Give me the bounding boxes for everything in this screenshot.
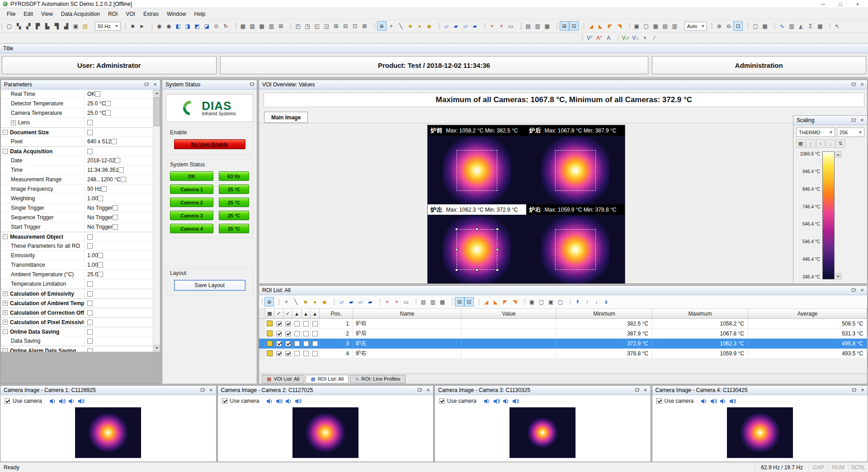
main-image-icon[interactable]: ⊕ — [264, 297, 274, 307]
column-header-maximum[interactable]: Maximum — [652, 309, 748, 319]
close-button[interactable]: × — [849, 1, 866, 7]
column-header-pos[interactable]: Pos. — [320, 309, 353, 319]
administration-button[interactable]: Administration — [652, 56, 867, 74]
parameter-checkbox[interactable] — [111, 139, 117, 144]
rectangle-roi-icon[interactable]: ■ — [406, 21, 415, 31]
parameter-row[interactable]: Sequence Trigger No Trigger — [1, 213, 153, 222]
isotherm-icon[interactable]: ▨ — [248, 21, 257, 31]
list-tab[interactable]: ▦ VOI List: All — [262, 375, 304, 383]
camera-audio-icon[interactable] — [295, 398, 302, 404]
camera-audio-icon[interactable] — [512, 398, 519, 404]
scale-down-icon[interactable]: ↓ — [826, 139, 835, 148]
camera-audio-icon[interactable] — [49, 398, 56, 404]
parameter-row[interactable]: - Document Size — [1, 127, 153, 137]
parameter-value-cell[interactable] — [84, 299, 153, 307]
parameter-checkbox[interactable] — [95, 91, 100, 97]
rectangle-roi-icon[interactable]: ■ — [301, 297, 310, 307]
voi-remove-icon[interactable]: ⊟ — [341, 21, 350, 31]
expand-toggle-icon[interactable]: - — [3, 130, 8, 135]
scroll-up-icon[interactable] — [154, 90, 160, 96]
parameter-checkbox[interactable] — [98, 196, 103, 201]
menu-item[interactable]: Edit — [19, 9, 37, 19]
bring-to-front-icon[interactable]: ▣ — [632, 21, 642, 31]
play-icon[interactable]: ► — [137, 21, 147, 31]
duplicate-roi-icon[interactable]: ▱ — [461, 21, 470, 31]
camera-audio-icon[interactable] — [720, 398, 726, 404]
measure-view-icon[interactable]: ⊞ — [276, 21, 286, 31]
close-icon[interactable]: × — [208, 387, 214, 393]
parameters-scrollbar[interactable] — [153, 90, 160, 352]
roi-handle[interactable] — [496, 228, 499, 231]
parameter-row[interactable]: + Calculation of Correction Offset — [1, 308, 153, 317]
write-outputs-icon[interactable]: V↓ — [631, 33, 640, 42]
close-icon[interactable]: × — [859, 287, 865, 293]
palette-combo[interactable]: THERMO — [796, 127, 835, 137]
parameter-row[interactable]: + Calculation of Ambient Temperature — [1, 298, 153, 308]
expand-toggle-icon[interactable]: - — [3, 348, 8, 352]
alarm-edit-icon[interactable]: A — [604, 33, 613, 42]
parameter-value-cell[interactable] — [84, 318, 153, 326]
audio-alarm-4-icon[interactable]: ◪ — [202, 21, 212, 31]
camera-thermal-image[interactable] — [509, 407, 576, 458]
list-tab[interactable]: ∿ ROI: Line Profiles — [350, 375, 405, 383]
send-to-back-icon[interactable]: ▢ — [642, 21, 651, 31]
expand-toggle-icon[interactable]: + — [3, 291, 8, 296]
menu-item[interactable]: Data Acquisition — [57, 9, 104, 19]
parameter-checkbox[interactable] — [98, 272, 103, 277]
menu-item[interactable]: Help — [190, 9, 210, 19]
parameter-row[interactable]: + Lens — [1, 118, 153, 127]
scale-up-icon[interactable]: ↑ — [816, 139, 825, 148]
delete-all-rois-icon[interactable]: × — [497, 21, 506, 31]
close-icon[interactable]: × — [425, 387, 431, 393]
camera-audio-icon[interactable] — [484, 398, 491, 404]
camera-thermal-image[interactable] — [75, 407, 141, 458]
roi-table-icon[interactable]: ▤ — [524, 21, 533, 31]
open-folder-icon[interactable]: ▧ — [80, 21, 90, 31]
roi-alarm1-checkbox[interactable] — [294, 331, 300, 336]
camera-audio-icon[interactable] — [266, 398, 273, 404]
parameter-checkbox[interactable] — [87, 281, 93, 287]
levels-combo[interactable]: 256 — [837, 127, 864, 137]
expand-toggle-icon[interactable]: - — [3, 329, 8, 334]
roi-active-checkbox[interactable] — [285, 321, 291, 326]
ellipse-roi-icon[interactable]: ● — [310, 297, 320, 307]
roi-statistics-icon[interactable]: ▦ — [542, 21, 552, 31]
column-header-average[interactable]: Average — [748, 309, 867, 319]
record-single-icon[interactable]: ◉ — [164, 21, 174, 31]
copy-roi-icon[interactable]: ▱ — [337, 297, 346, 307]
verify-outputs-icon[interactable]: V✓ — [621, 33, 631, 42]
parameter-checkbox[interactable] — [105, 101, 111, 106]
炉左[interactable]: 3 炉左 372.9 °C 1062.3 °C 495.8 °C — [259, 339, 867, 349]
ungroup-rois-icon[interactable]: ▤ — [660, 21, 670, 31]
close-icon[interactable]: × — [860, 387, 865, 393]
parameter-value-cell[interactable]: 640 x 512 — [84, 137, 153, 146]
camera-audio-icon[interactable] — [59, 398, 66, 404]
disable-outputs-icon[interactable]: ∕ — [650, 33, 659, 42]
roi-visible-checkbox[interactable] — [276, 321, 282, 326]
parameter-checkbox[interactable] — [101, 186, 107, 192]
scale-scroll-up-icon[interactable] — [835, 151, 841, 157]
pin-icon[interactable] — [852, 387, 857, 393]
roi-alarm2-checkbox[interactable] — [303, 341, 309, 346]
camera-audio-icon[interactable] — [710, 398, 717, 404]
roi-frame[interactable] — [555, 229, 596, 270]
roi-active-checkbox[interactable] — [285, 341, 291, 346]
parameter-row[interactable]: Single Trigger No Trigger — [1, 203, 153, 213]
delete-layout-icon[interactable]: ▣ — [71, 21, 80, 31]
roi-table-icon[interactable]: ▤ — [419, 297, 428, 307]
parameter-row[interactable]: + Calculation of Emissivity — [1, 289, 153, 298]
list-tab[interactable]: ▦ ROI List: All — [306, 375, 349, 383]
new-layout-icon[interactable]: ▢ — [5, 21, 14, 31]
alarm-output-4-icon[interactable]: ◥ — [615, 21, 624, 31]
voi-quadrant-2-icon[interactable]: ◳ — [303, 21, 312, 31]
parameter-row[interactable]: Image Frequency 50 Hz — [1, 184, 153, 194]
import-roi-icon[interactable]: ▰ — [365, 297, 375, 307]
pin-icon[interactable] — [851, 118, 856, 123]
move-roi-up-icon[interactable]: ↑ — [582, 297, 592, 307]
roi-alarm2-column-icon[interactable]: ▲ — [302, 309, 311, 319]
炉左[interactable]: 炉左 Max: 1062.3 °C Min: 372.9 °C — [428, 204, 526, 283]
camera-thermal-image[interactable] — [292, 407, 359, 458]
scale-range-icon[interactable]: ↕ — [806, 139, 815, 148]
炉右[interactable]: 炉右 Max: 1059.9 °C Min: 378.8 °C — [526, 204, 625, 283]
炉后[interactable]: 2 炉后 387.9 °C 1067.8 °C 531.3 °C — [259, 329, 867, 339]
